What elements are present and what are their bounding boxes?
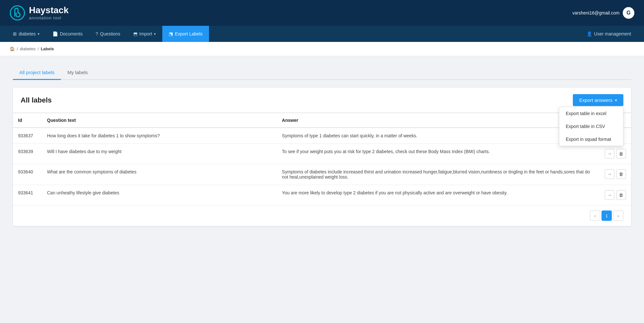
avatar[interactable]: G bbox=[623, 7, 634, 19]
row-question: What are the common symptoms of diabetes bbox=[42, 164, 277, 185]
pagination: ‹ 1 › bbox=[13, 205, 631, 226]
table-row: 933639 Will I have diabetes due to my we… bbox=[13, 144, 631, 164]
chevron-down-icon: ▾ bbox=[38, 32, 40, 36]
pagination-prev-button[interactable]: ‹ bbox=[590, 210, 600, 221]
nav-bar: ⊞ diabetes ▾ 📄 Documents ? Questions ⬒ I… bbox=[0, 26, 644, 42]
nav-item-import[interactable]: ⬒ Import ▾ bbox=[127, 26, 163, 42]
tab-all-labels[interactable]: All project labels bbox=[13, 66, 61, 80]
svg-point-0 bbox=[10, 6, 24, 20]
col-header-answer: Answer bbox=[277, 113, 599, 128]
nav-item-questions[interactable]: ? Questions bbox=[89, 26, 127, 42]
export-excel-item[interactable]: Export table in excel bbox=[559, 107, 623, 120]
nav-questions-label: Questions bbox=[100, 31, 120, 36]
question-icon: ? bbox=[96, 31, 98, 36]
nav-project-label: diabetes bbox=[19, 31, 36, 36]
nav-item-user-management[interactable]: 👤 User management bbox=[580, 26, 638, 42]
export-dropdown-menu: Export table in excel Export table in CS… bbox=[559, 107, 623, 146]
row-id: 933637 bbox=[13, 128, 42, 144]
breadcrumb: 🏠 / diabetes / Labels bbox=[0, 42, 644, 56]
table-row: 933640 What are the common symptoms of d… bbox=[13, 164, 631, 185]
nav-import-label: Import bbox=[139, 31, 152, 36]
logo-area: Haystack annotation tool bbox=[10, 5, 69, 21]
row-answer: Symptoms of type 1 diabetes can start qu… bbox=[277, 128, 599, 144]
row-navigate-button[interactable]: → bbox=[605, 169, 614, 179]
nav-export-label: Export Labels bbox=[175, 31, 203, 36]
row-question: How long does it take for diabetes 1 to … bbox=[42, 128, 277, 144]
table-row: 933637 How long does it take for diabete… bbox=[13, 128, 631, 144]
card-title: All labels bbox=[21, 96, 52, 104]
breadcrumb-separator: / bbox=[38, 46, 39, 51]
nav-item-documents[interactable]: 📄 Documents bbox=[46, 26, 89, 42]
export-icon: ⬔ bbox=[169, 31, 173, 36]
user-email: varsheni16@gmail.com bbox=[573, 10, 620, 15]
document-icon: 📄 bbox=[52, 31, 58, 36]
row-delete-button[interactable]: 🗑 bbox=[616, 190, 626, 200]
nav-item-project[interactable]: ⊞ diabetes ▾ bbox=[6, 26, 46, 42]
import-icon: ⬒ bbox=[133, 31, 137, 36]
export-btn-wrapper: Export answers ▾ Export table in excel E… bbox=[573, 94, 623, 106]
row-delete-button[interactable]: 🗑 bbox=[616, 149, 626, 159]
card-header: All labels Export answers ▾ Export table… bbox=[13, 88, 631, 113]
row-id: 933639 bbox=[13, 144, 42, 164]
breadcrumb-home[interactable]: 🏠 bbox=[10, 46, 15, 51]
row-navigate-button[interactable]: → bbox=[605, 190, 614, 200]
table-row: 933641 Can unheathy lifestyle give diabe… bbox=[13, 185, 631, 205]
breadcrumb-project[interactable]: diabetes bbox=[20, 46, 36, 51]
chevron-down-icon: ▾ bbox=[154, 32, 156, 36]
col-header-id: Id bbox=[13, 113, 42, 128]
export-squad-item[interactable]: Export in squad format bbox=[559, 133, 623, 146]
logo-title: Haystack bbox=[29, 5, 69, 15]
row-delete-button[interactable]: 🗑 bbox=[616, 169, 626, 179]
row-actions: → 🗑 bbox=[599, 144, 631, 164]
labels-card: All labels Export answers ▾ Export table… bbox=[13, 88, 631, 226]
header: Haystack annotation tool varsheni16@gmai… bbox=[0, 0, 644, 26]
nav-user-management-label: User management bbox=[594, 31, 631, 36]
pagination-page-1-button[interactable]: 1 bbox=[601, 210, 612, 221]
row-question: Can unheathy lifestyle give diabetes bbox=[42, 185, 277, 205]
breadcrumb-current: Labels bbox=[41, 46, 54, 51]
export-answers-label: Export answers bbox=[579, 97, 612, 103]
export-answers-button[interactable]: Export answers ▾ bbox=[573, 94, 623, 106]
table-icon: ⊞ bbox=[13, 31, 17, 36]
main-content: All project labels My labels All labels … bbox=[0, 56, 644, 236]
header-user: varsheni16@gmail.com G bbox=[573, 7, 635, 19]
nav-documents-label: Documents bbox=[60, 31, 83, 36]
row-question: Will I have diabetes due to my weight bbox=[42, 144, 277, 164]
labels-table: Id Question text Answer 933637 How long … bbox=[13, 113, 631, 205]
row-navigate-button[interactable]: → bbox=[605, 149, 614, 159]
logo-subtitle: annotation tool bbox=[29, 15, 69, 20]
haystack-logo-icon bbox=[10, 5, 25, 21]
row-id: 933641 bbox=[13, 185, 42, 205]
tab-my-labels[interactable]: My labels bbox=[61, 66, 94, 80]
col-header-question: Question text bbox=[42, 113, 277, 128]
row-id: 933640 bbox=[13, 164, 42, 185]
row-answer: To see if your weight puts you at risk f… bbox=[277, 144, 599, 164]
user-management-icon: 👤 bbox=[587, 31, 592, 36]
row-answer: You are more likely to develop type 2 di… bbox=[277, 185, 599, 205]
row-actions: → 🗑 bbox=[599, 164, 631, 185]
export-chevron-icon: ▾ bbox=[615, 98, 617, 103]
pagination-next-button[interactable]: › bbox=[613, 210, 623, 221]
row-answer: Symptoms of diabetes include increased t… bbox=[277, 164, 599, 185]
export-csv-item[interactable]: Export table in CSV bbox=[559, 120, 623, 133]
row-actions: → 🗑 bbox=[599, 185, 631, 205]
nav-item-export[interactable]: ⬔ Export Labels bbox=[162, 26, 209, 42]
logo-text: Haystack annotation tool bbox=[29, 5, 69, 20]
breadcrumb-separator: / bbox=[17, 46, 18, 51]
tabs: All project labels My labels bbox=[13, 66, 631, 80]
